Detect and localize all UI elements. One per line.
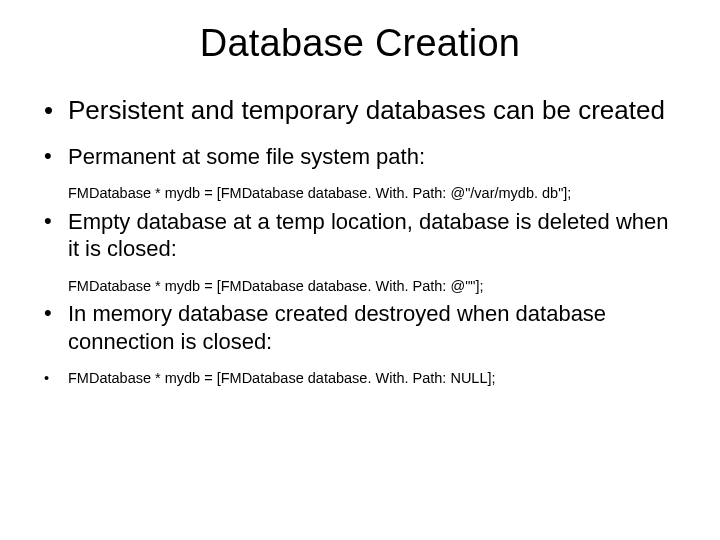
bullet-text: In memory database created destroyed whe…: [68, 301, 606, 354]
bullet-text: Empty database at a temp location, datab…: [68, 209, 669, 262]
code-in-memory: FMDatabase * mydb = [FMDatabase database…: [40, 369, 680, 389]
bullet-list: Persistent and temporary databases can b…: [40, 95, 680, 170]
bullet-list-3: In memory database created destroyed whe…: [40, 300, 680, 355]
bullet-permanent-path: Permanent at some file system path:: [40, 143, 680, 171]
slide-title: Database Creation: [40, 22, 680, 65]
code-temp-location: FMDatabase * mydb = [FMDatabase database…: [40, 277, 680, 297]
bullet-persistent-temporary: Persistent and temporary databases can b…: [40, 95, 680, 127]
bullet-in-memory: In memory database created destroyed whe…: [40, 300, 680, 355]
code-permanent-path: FMDatabase * mydb = [FMDatabase database…: [40, 184, 680, 204]
bullet-text: Persistent and temporary databases can b…: [68, 95, 665, 125]
bullet-temp-location: Empty database at a temp location, datab…: [40, 208, 680, 263]
bullet-list-2: Empty database at a temp location, datab…: [40, 208, 680, 263]
slide: Database Creation Persistent and tempora…: [0, 0, 720, 540]
bullet-text: Permanent at some file system path:: [68, 144, 425, 169]
